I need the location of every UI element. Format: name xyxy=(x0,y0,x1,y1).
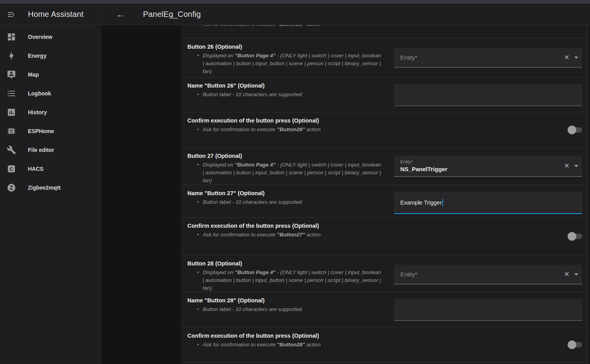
back-arrow-icon[interactable]: ← xyxy=(116,10,125,19)
app-header: Home Assistant ← PanelEg_Config xyxy=(0,4,590,25)
config-row-next-sliver xyxy=(181,362,587,364)
entity-select[interactable]: Entity* ✕ xyxy=(394,265,582,284)
window-top-strip xyxy=(0,0,590,4)
field-description: •Button label - 10 characters are suppor… xyxy=(203,91,383,99)
sidebar-item-file-editor[interactable]: File editor xyxy=(0,141,101,159)
config-row-clipped: Ask for confirmation to execute "Button2… xyxy=(181,25,587,38)
sidebar-item-label: Energy xyxy=(28,53,46,59)
chevron-down-icon[interactable] xyxy=(574,57,578,59)
sidebar-item-label: HACS xyxy=(28,166,44,172)
field-title: Confirm execution of the button press (O… xyxy=(187,332,388,340)
sidebar-item-zigbee2mqtt[interactable]: Z Zigbee2mqtt xyxy=(0,178,101,197)
sidebar-item-label: File editor xyxy=(28,147,54,153)
sidebar-item-history[interactable]: History xyxy=(0,103,101,122)
field-description: •Button label - 10 characters are suppor… xyxy=(203,198,383,206)
field-title: Button 26 (Optional) xyxy=(187,43,388,51)
entity-select[interactable]: Entity* NS_PanelTrigger ✕ xyxy=(394,155,582,177)
clear-icon[interactable]: ✕ xyxy=(563,269,570,279)
hacs-icon: C xyxy=(7,164,16,174)
view-dashboard-icon xyxy=(7,32,16,42)
field-title: Name "Button 26" (Optional) xyxy=(187,82,388,90)
tooltip-account-icon xyxy=(7,70,16,79)
sidebar-item-label: Overview xyxy=(28,34,52,40)
config-row-name28: Name "Button 28" (Optional) •Button labe… xyxy=(181,292,587,327)
home-assistant-app: Home Assistant ← PanelEg_Config Overview… xyxy=(0,0,590,364)
wrench-icon xyxy=(7,145,16,155)
config-row-name27: Name "Button 27" (Optional) •Button labe… xyxy=(181,185,587,217)
sidebar-item-label: ESPHome xyxy=(28,128,54,134)
field-description: Ask for confirmation to execute "Button2… xyxy=(203,25,478,28)
clear-icon[interactable]: ✕ xyxy=(563,53,570,62)
confirm-toggle[interactable] xyxy=(568,232,582,241)
name-input[interactable]: Example Trigger xyxy=(394,192,582,214)
scrollbar-gutter[interactable] xyxy=(588,25,590,364)
sidebar-item-hacs[interactable]: C HACS xyxy=(0,159,101,178)
sidebar-item-logbook[interactable]: Logbook xyxy=(0,84,101,103)
clear-icon[interactable]: ✕ xyxy=(563,161,570,171)
sidebar-item-label: History xyxy=(28,109,47,115)
zigbee-icon: Z xyxy=(7,183,16,192)
field-description: •Button label - 10 characters are suppor… xyxy=(203,305,383,313)
app-title: Home Assistant xyxy=(28,10,84,19)
text-cursor xyxy=(442,199,443,206)
chart-box-icon xyxy=(7,108,16,117)
config-row-confirm27: Confirm execution of the button press (O… xyxy=(181,217,587,255)
sidebar-item-energy[interactable]: Energy xyxy=(0,46,101,65)
field-description: •Ask for confirmation to execute "Button… xyxy=(203,341,383,349)
sidebar-item-map[interactable]: Map xyxy=(0,65,101,84)
field-title: Confirm execution of the button press (O… xyxy=(187,222,388,230)
menu-open-icon[interactable] xyxy=(7,10,16,19)
field-description: •Displayed on "Button Page 4" - (ONLY li… xyxy=(203,269,383,292)
confirm-toggle[interactable] xyxy=(568,340,582,349)
svg-text:C: C xyxy=(10,166,13,172)
config-row-name26: Name "Button 26" (Optional) •Button labe… xyxy=(181,77,587,112)
page-header: ← PanelEg_Config xyxy=(101,4,590,25)
sidebar-item-overview[interactable]: Overview xyxy=(0,27,101,46)
sidebar-item-esphome[interactable]: ESPHome xyxy=(0,122,101,141)
list-bulleted-icon xyxy=(7,89,16,98)
field-title: Name "Button 27" (Optional) xyxy=(187,190,388,197)
sidebar-header: Home Assistant xyxy=(0,4,101,25)
sidebar: Overview Energy Map Logbook History xyxy=(0,25,101,364)
config-row-confirm28: Confirm execution of the button press (O… xyxy=(181,327,587,362)
field-title: Button 27 (Optional) xyxy=(187,152,388,160)
chevron-down-icon[interactable] xyxy=(574,273,578,276)
lightning-bolt-icon xyxy=(7,51,16,60)
page-title: PanelEg_Config xyxy=(143,10,201,19)
name-input-value: Example Trigger xyxy=(400,199,442,206)
chevron-down-icon[interactable] xyxy=(574,165,578,167)
name-input[interactable] xyxy=(394,84,582,106)
entity-value: NS_PanelTrigger xyxy=(400,165,447,173)
config-row-button26: Button 26 (Optional) •Displayed on "Butt… xyxy=(181,38,587,77)
field-title: Button 28 (Optional) xyxy=(187,260,388,267)
field-title: Name "Button 28" (Optional) xyxy=(187,297,388,304)
name-input[interactable] xyxy=(394,299,582,321)
entity-placeholder: Entity* xyxy=(400,271,417,278)
field-description: •Ask for confirmation to execute "Button… xyxy=(203,126,383,134)
field-description: •Displayed on "Button Page 4" - (ONLY li… xyxy=(203,161,383,185)
field-description: •Ask for confirmation to execute "Button… xyxy=(203,231,383,239)
field-title: Confirm execution of the button press (O… xyxy=(187,117,388,124)
config-row-button27: Button 27 (Optional) •Displayed on "Butt… xyxy=(181,147,587,185)
config-row-confirm26: Confirm execution of the button press (O… xyxy=(181,112,587,147)
config-row-button28: Button 28 (Optional) •Displayed on "Butt… xyxy=(181,255,587,292)
sidebar-item-label: Logbook xyxy=(28,90,51,97)
sidebar-item-label: Map xyxy=(28,71,39,78)
entity-placeholder: Entity* xyxy=(400,54,417,61)
config-page: Ask for confirmation to execute "Button2… xyxy=(101,25,590,364)
field-description: •Displayed on "Button Page 4" - (ONLY li… xyxy=(203,52,383,75)
entity-select[interactable]: Entity* ✕ xyxy=(394,48,582,68)
svg-text:Z: Z xyxy=(10,185,13,191)
confirm-toggle[interactable] xyxy=(568,125,582,135)
entity-float-label: Entity* xyxy=(400,159,447,165)
config-card: Ask for confirmation to execute "Button2… xyxy=(181,25,588,364)
chip-icon xyxy=(7,126,16,136)
sidebar-item-label: Zigbee2mqtt xyxy=(28,185,60,191)
